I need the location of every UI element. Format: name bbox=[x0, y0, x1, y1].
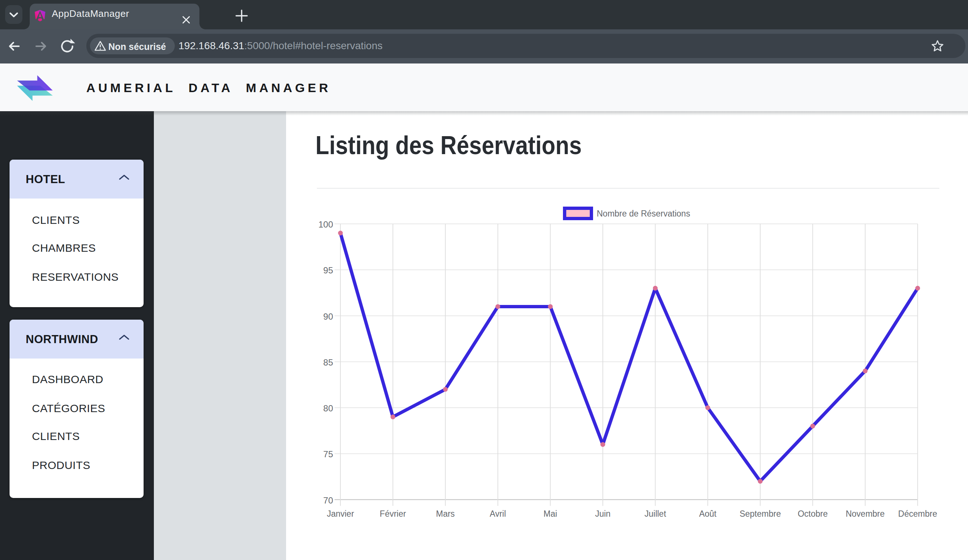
svg-text:95: 95 bbox=[323, 265, 333, 275]
svg-text:Juin: Juin bbox=[595, 509, 610, 519]
svg-text:Nombre de Réservations: Nombre de Réservations bbox=[597, 209, 690, 218]
svg-text:Décembre: Décembre bbox=[898, 509, 937, 519]
svg-text:Octobre: Octobre bbox=[797, 509, 828, 519]
svg-text:Janvier: Janvier bbox=[327, 509, 354, 519]
svg-text:100: 100 bbox=[318, 220, 333, 230]
svg-text:Mars: Mars bbox=[436, 509, 455, 519]
svg-text:Août: Août bbox=[699, 509, 717, 519]
svg-text:85: 85 bbox=[323, 357, 333, 367]
svg-text:Novembre: Novembre bbox=[846, 509, 885, 519]
svg-text:90: 90 bbox=[323, 312, 333, 322]
svg-text:Février: Février bbox=[380, 509, 406, 519]
svg-text:80: 80 bbox=[323, 403, 333, 413]
svg-text:Septembre: Septembre bbox=[739, 509, 781, 519]
svg-text:Mai: Mai bbox=[544, 509, 557, 519]
svg-text:75: 75 bbox=[323, 449, 333, 459]
svg-text:Avril: Avril bbox=[490, 509, 506, 519]
svg-text:70: 70 bbox=[323, 496, 333, 505]
svg-text:Juillet: Juillet bbox=[645, 509, 666, 519]
